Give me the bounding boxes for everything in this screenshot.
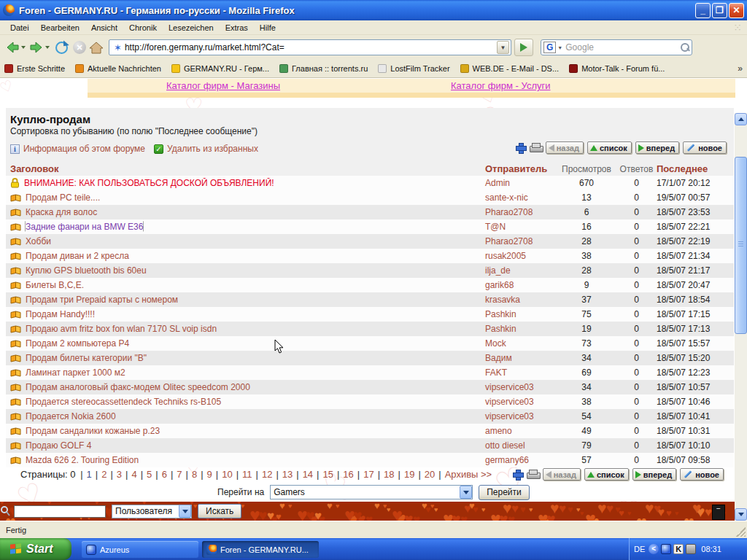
topic-link[interactable]: Продам диван и 2 кресла [26,251,129,261]
topic-sender[interactable]: rusak2005 [485,251,557,261]
minimize-button[interactable]: _ [695,3,711,18]
footer-search-input[interactable] [14,505,106,518]
header-views[interactable]: Просмотров [557,164,616,174]
page-link-15[interactable]: 15 [322,469,333,480]
topic-link[interactable]: Ламинат паркет 1000 м2 [26,368,125,378]
topic-link[interactable]: Продам Handy!!!! [26,309,95,319]
home-icon[interactable] [88,40,104,55]
page-link-7[interactable]: 7 [177,469,182,480]
topic-sender[interactable]: FAKT [485,368,557,378]
page-link-16[interactable]: 16 [343,469,353,480]
bookmarks-overflow-chevron[interactable]: » [738,63,743,74]
catalog-services-link[interactable]: Каталог фирм - Услуги [451,80,551,91]
menu-item-ansicht[interactable]: Ansicht [85,22,123,34]
topic-sender[interactable]: Mock [485,338,557,349]
topic-sender[interactable]: Вадим [485,353,557,363]
print-icon[interactable] [527,470,539,479]
go-button[interactable] [514,39,533,56]
page-link-10[interactable]: 10 [222,469,232,480]
chevron-down-icon[interactable] [179,505,191,518]
menu-item-extras[interactable]: Extras [220,22,254,34]
bookmark-item[interactable]: GERMANY.RU - Герм... [171,64,269,73]
scroll-up-icon[interactable] [735,113,747,125]
info-icon[interactable]: i [10,144,20,154]
page-link-3[interactable]: 3 [117,469,122,480]
topic-sender[interactable]: Pharao2708 [485,236,557,246]
kaspersky-icon[interactable]: K [673,544,684,554]
language-indicator[interactable]: DE [634,545,645,553]
hide-icons-chevron[interactable]: < [649,544,659,554]
topic-sender[interactable]: ilja_de [485,265,557,276]
start-button[interactable]: Start [0,538,71,560]
page-link-20[interactable]: 20 [425,469,435,480]
scrollbar-thumb[interactable] [735,157,747,334]
add-icon[interactable] [512,469,523,480]
back-icon[interactable] [4,40,20,55]
menu-item-bearbeiten[interactable]: Bearbeiten [35,22,85,34]
list-button[interactable]: список [587,141,632,154]
topic-sender[interactable]: Admin [485,178,557,188]
topic-link[interactable]: Продается Nokia 2600 [26,411,116,421]
topic-link[interactable]: Продаю GOLF 4 [26,440,91,451]
close-button[interactable]: ✕ [729,3,744,18]
page-link-8[interactable]: 8 [192,469,197,480]
restore-button[interactable]: ❐ [712,3,727,18]
bookmark-item[interactable]: Erste Schritte [4,64,65,73]
embedded-mini-scrollbar[interactable]: − [712,505,725,520]
bookmark-item[interactable]: WEB.DE - E-Mail - DS... [460,64,560,73]
topic-link[interactable]: Продам три Prepaid карты с номером [26,295,178,305]
topic-link[interactable]: ВНИМАНИЕ: КАК ПОЛЬЗОВАТЬСЯ ДОСКОЙ ОБЪЯВЛ… [24,178,274,188]
url-text[interactable]: http://foren.germany.ru/market.html?Cat= [125,42,497,52]
add-icon[interactable] [515,142,526,153]
taskbar-item-firefox[interactable]: Foren - GERMANY.RU... [202,541,319,558]
page-link-6[interactable]: 6 [162,469,167,480]
topic-sender[interactable]: vipservice03 [485,382,557,392]
taskbar-item-azureus[interactable]: Azureus [82,541,198,558]
topic-link[interactable]: Продам сандалики кожаные р.23 [26,426,160,436]
topic-sender[interactable]: ameno [485,426,557,436]
topic-link[interactable]: Хобби [26,236,51,246]
topic-link[interactable]: Краска для волос [26,207,97,217]
back-button[interactable]: назад [546,141,584,154]
forum-info-link[interactable]: Информация об этом форуме [23,144,145,154]
favorites-check-icon[interactable]: ✓ [154,144,163,154]
search-type-select[interactable]: Пользователя [112,505,192,518]
header-last[interactable]: Последнее [657,163,734,174]
web-search-box[interactable]: G ▼ Google [541,39,692,55]
header-replies[interactable]: Ответов [616,164,657,174]
forward-button[interactable]: вперед [635,141,679,154]
search-placeholder[interactable]: Google [565,42,681,52]
display-tray-icon[interactable] [686,544,696,554]
search-icon[interactable] [681,43,689,52]
page-link-18[interactable]: 18 [384,469,394,480]
topic-link[interactable]: Продам билеты категории "B" [26,353,147,363]
page-link-17[interactable]: 17 [363,469,374,480]
topic-sender[interactable]: vipservice03 [485,411,557,421]
page-link-13[interactable]: 13 [282,469,293,480]
forum-select[interactable]: Gamers [270,485,473,499]
resize-grip[interactable] [736,527,746,537]
topic-sender[interactable]: Pashkin [485,324,557,334]
page-scrollbar[interactable] [735,113,747,521]
menu-item-hilfe[interactable]: Hilfe [254,22,282,34]
bookmark-item[interactable]: Motor-Talk - Forum fü... [569,64,665,73]
page-link-12[interactable]: 12 [262,469,272,480]
page-link-9[interactable]: 9 [207,469,212,480]
topic-link[interactable]: Продам 2 компьютера P4 [26,338,129,349]
forward-button[interactable]: вперед [632,468,676,481]
back-button[interactable]: назад [543,468,581,481]
bookmark-item[interactable]: LostFilm Tracker [378,64,449,73]
new-post-button[interactable]: новое [683,141,727,154]
forward-dropdown-icon[interactable] [45,46,50,49]
chevron-down-icon[interactable] [460,486,472,499]
topic-sender[interactable]: Pashkin [485,309,557,319]
topic-link[interactable]: Продам PC teile.... [26,192,100,203]
topic-sender[interactable]: T@N [485,222,557,232]
back-dropdown-icon[interactable] [21,46,26,49]
topic-link[interactable]: Куплю GPS bluetooth bis 60eu [26,265,147,276]
topic-sender[interactable]: otto diesel [485,440,557,451]
bookmark-item[interactable]: Aktuelle Nachrichten [75,64,161,73]
topic-link[interactable]: Продам аналоговый факс-модем Olitec spee… [26,382,250,392]
google-logo-icon[interactable]: G [543,42,556,53]
page-link-19[interactable]: 19 [404,469,414,480]
